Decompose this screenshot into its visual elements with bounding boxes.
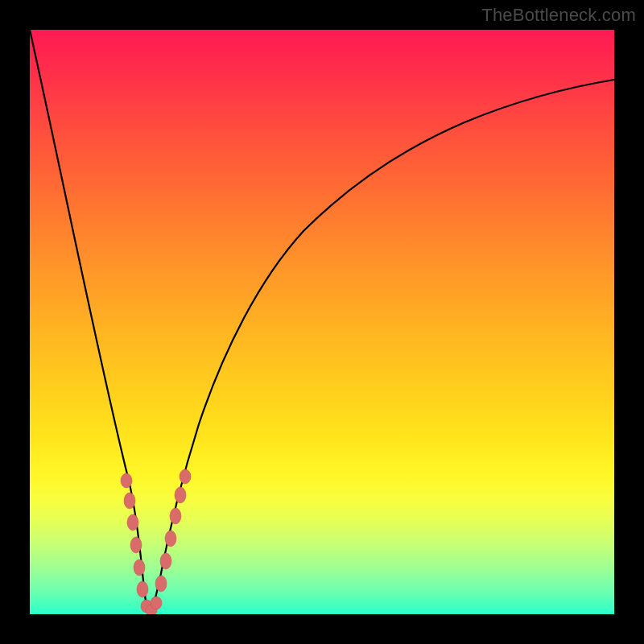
chart-svg [30, 30, 614, 614]
marker-dot [165, 530, 176, 547]
marker-dot [151, 597, 162, 609]
marker-dot [175, 487, 186, 503]
marker-dot [137, 581, 148, 597]
marker-dot [121, 473, 132, 488]
marker-dot [130, 537, 142, 553]
marker-dot [134, 559, 145, 576]
marker-dot [170, 508, 181, 524]
marker-dot [127, 514, 138, 530]
chart-plot-area [30, 30, 614, 614]
marker-dot [180, 469, 191, 484]
marker-dot [160, 553, 171, 569]
chart-frame: TheBottleneck.com [0, 0, 644, 644]
bottleneck-curve [30, 30, 614, 613]
watermark-text: TheBottleneck.com [481, 5, 636, 26]
marker-dot [155, 576, 167, 592]
marker-dot [124, 493, 135, 509]
